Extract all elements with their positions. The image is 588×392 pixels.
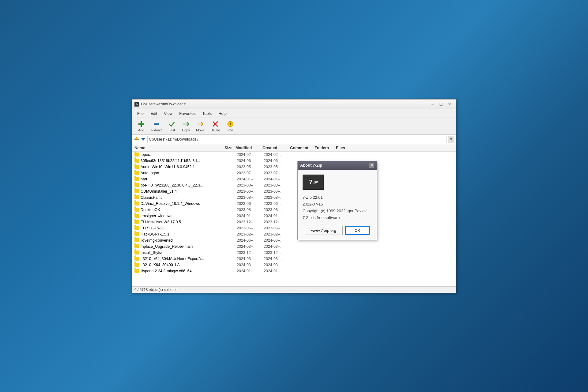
table-row[interactable]: bart 2024-01--.. 2024-01--.. bbox=[132, 176, 456, 182]
col-header-name[interactable]: Name bbox=[134, 145, 214, 150]
folder-icon bbox=[134, 263, 139, 267]
file-name: Inplace_Upgrade_Helper-main bbox=[141, 244, 215, 249]
svg-marker-8 bbox=[134, 137, 139, 139]
file-name: bart bbox=[141, 177, 215, 181]
folder-icon bbox=[134, 232, 139, 236]
file-name: emsigner-windows bbox=[141, 214, 215, 218]
folder-icon bbox=[134, 269, 139, 273]
col-header-created[interactable]: Created bbox=[260, 145, 288, 150]
table-row[interactable]: 305ec63e18518b22f41d1b52a3d... 2024-06--… bbox=[132, 158, 456, 164]
file-modified: 2024-06--.. bbox=[234, 238, 261, 243]
table-row[interactable]: L3210_X64_30400_LA 2024-03--.. 2024-03--… bbox=[132, 262, 456, 268]
file-name: EU-Installset-W3.17.0.5 bbox=[141, 220, 215, 224]
menu-view[interactable]: View bbox=[161, 110, 175, 117]
ok-button[interactable]: OK bbox=[345, 226, 370, 235]
table-row[interactable]: FFRT 8-15-23 2023-06--.. 2023-06--.. bbox=[132, 225, 456, 231]
menu-file[interactable]: File bbox=[134, 110, 146, 117]
about-dialog: About 7-Zip ✕ 7 ZIP 7-Zip 22.01 2022-07-… bbox=[297, 161, 377, 240]
extract-button[interactable]: Extract bbox=[149, 119, 164, 133]
file-modified: 2024-01--.. bbox=[234, 214, 261, 218]
table-row[interactable]: lilypond-2.24.3-mingw-x86_64 2024-01--..… bbox=[132, 268, 456, 274]
extract-icon bbox=[153, 120, 160, 128]
file-modified: 2024-06--.. bbox=[234, 159, 261, 163]
col-header-modified[interactable]: Modified bbox=[232, 145, 260, 150]
table-row[interactable]: DesktopOK 2023-08--.. 2023-08--.. bbox=[132, 207, 456, 213]
folder-icon bbox=[134, 220, 139, 224]
folder-icon bbox=[134, 208, 139, 212]
svg-text:i: i bbox=[230, 122, 231, 126]
table-row[interactable]: AutoLogon 2023-07--.. 2023-07--.. bbox=[132, 170, 456, 176]
table-row[interactable]: iloveimg-converted 2024-06--.. 2024-06--… bbox=[132, 237, 456, 243]
dialog-close-button[interactable]: ✕ bbox=[369, 163, 374, 168]
dialog-body: 7 ZIP 7-Zip 22.01 2022-07-15 Copyright (… bbox=[298, 170, 377, 240]
file-name: HackBGRT-1.5.1 bbox=[141, 232, 215, 236]
add-icon bbox=[138, 120, 145, 128]
table-row[interactable]: .opera 2024-02--.. 2024-02--.. bbox=[132, 152, 456, 158]
menu-edit[interactable]: Edit bbox=[148, 110, 160, 117]
delete-label: Delete bbox=[210, 128, 220, 132]
file-created: 2024-02--.. bbox=[261, 153, 289, 157]
copy-label: Copy bbox=[182, 128, 190, 132]
website-button[interactable]: www.7-zip.org bbox=[305, 226, 343, 235]
close-button[interactable]: ✕ bbox=[446, 101, 454, 107]
delete-button[interactable]: Delete bbox=[208, 119, 223, 133]
menu-tools[interactable]: Tools bbox=[200, 110, 214, 117]
move-button[interactable]: Move bbox=[193, 119, 207, 133]
table-row[interactable]: emsigner-windows 2024-01--.. 2024-01--.. bbox=[132, 213, 456, 219]
file-modified: 2023-12--.. bbox=[234, 220, 261, 224]
file-created: 2024-06--.. bbox=[261, 238, 289, 243]
col-header-files[interactable]: Files bbox=[334, 145, 352, 150]
folder-icon bbox=[134, 244, 139, 248]
menu-bar: File Edit View Favorites Tools Help bbox=[132, 109, 456, 118]
file-name: Install_Stykz bbox=[141, 251, 215, 255]
move-icon bbox=[197, 120, 204, 128]
menu-help[interactable]: Help bbox=[216, 110, 229, 117]
menu-favorites[interactable]: Favorites bbox=[176, 110, 198, 117]
app-icon: 7z bbox=[134, 102, 139, 107]
window-controls: − □ ✕ bbox=[428, 101, 454, 107]
table-row[interactable]: Install_Stykz 2023-12--.. 2023-12--.. bbox=[132, 250, 456, 256]
folder-icon bbox=[134, 226, 139, 230]
test-button[interactable]: Test bbox=[165, 119, 179, 133]
copyright-text: Copyright (c) 1999-2022 Igor Pavlov bbox=[303, 208, 372, 214]
svg-marker-9 bbox=[141, 138, 145, 141]
table-row[interactable]: CDMUninstaller_v1.4 2023-06--.. 2023-06-… bbox=[132, 188, 456, 194]
file-name: AutoLogon bbox=[141, 171, 215, 175]
file-created: 2023-03--.. bbox=[261, 183, 289, 187]
status-text: 0 / 5718 object(s) selected bbox=[134, 288, 178, 292]
file-name: bt-PHBTW23288_22.30.0.4G_22.3... bbox=[141, 183, 215, 187]
table-row[interactable]: bt-PHBTW23288_22.30.0.4G_22.3... 2023-03… bbox=[132, 182, 456, 188]
col-header-size[interactable]: Size bbox=[214, 145, 232, 150]
table-row[interactable]: ClassicPaint 2023-08--.. 2023-08--.. bbox=[132, 194, 456, 201]
file-created: 2023-08--.. bbox=[261, 208, 289, 212]
table-row[interactable]: EU-Installset-W3.17.0.5 2023-12--.. 2023… bbox=[132, 219, 456, 225]
move-label: Move bbox=[196, 128, 204, 132]
add-button[interactable]: Add bbox=[134, 119, 148, 133]
delete-icon bbox=[212, 120, 219, 128]
address-input[interactable] bbox=[147, 136, 447, 143]
nav-up-icon[interactable] bbox=[134, 137, 139, 142]
file-list-body[interactable]: .opera 2024-02--.. 2024-02--.. 305ec63e1… bbox=[132, 152, 456, 286]
table-row[interactable]: L3210_x64_304JAUsHomeExportA... 2024-03-… bbox=[132, 256, 456, 262]
file-name: ClassicPaint bbox=[141, 195, 215, 200]
file-created: 2023-02--.. bbox=[261, 232, 289, 236]
title-bar: 7z C:\Users\kazim\Downloads\ − □ ✕ bbox=[132, 100, 456, 109]
info-label: Info bbox=[228, 128, 233, 132]
file-modified: 2024-01--.. bbox=[234, 269, 261, 273]
copy-button[interactable]: Copy bbox=[179, 119, 193, 133]
file-created: 2023-08--.. bbox=[261, 195, 289, 200]
table-row[interactable]: Inplace_Upgrade_Helper-main 2024-03--.. … bbox=[132, 243, 456, 250]
address-dropdown[interactable]: ▼ bbox=[448, 136, 454, 143]
table-row[interactable]: Audio-Win10_Win11-6.0.9452.1 2023-05--..… bbox=[132, 164, 456, 170]
info-button[interactable]: i Info bbox=[224, 119, 237, 133]
info-icon: i bbox=[227, 120, 234, 128]
file-name: DesktopOK bbox=[141, 208, 215, 212]
nav-down-icon[interactable] bbox=[141, 137, 146, 142]
minimize-button[interactable]: − bbox=[428, 101, 436, 107]
maximize-button[interactable]: □ bbox=[437, 101, 445, 107]
col-header-comment[interactable]: Comment bbox=[288, 145, 312, 150]
table-row[interactable]: HackBGRT-1.5.1 2023-02--.. 2023-02--.. bbox=[132, 231, 456, 237]
col-header-folders[interactable]: Folders bbox=[312, 145, 334, 150]
table-row[interactable]: DaVinci_Resolve_18.1.4_Windows 2023-06--… bbox=[132, 201, 456, 207]
file-created: 2023-06--.. bbox=[261, 226, 289, 230]
